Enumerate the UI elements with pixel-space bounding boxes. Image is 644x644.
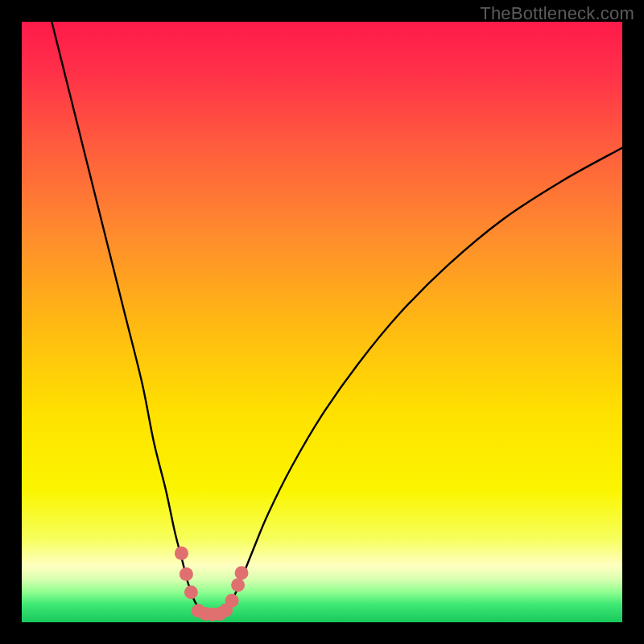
right-branch-curve bbox=[226, 148, 622, 613]
plot-area bbox=[22, 22, 622, 622]
marker-dot bbox=[180, 568, 193, 581]
marker-dot bbox=[235, 566, 249, 580]
curve-layer bbox=[22, 22, 622, 622]
marker-dot bbox=[225, 594, 239, 608]
watermark-text: TheBottleneck.com bbox=[480, 3, 634, 24]
chart-frame: TheBottleneck.com bbox=[0, 0, 644, 644]
marker-dot bbox=[175, 547, 188, 560]
left-branch-curve bbox=[52, 22, 204, 617]
highlight-markers bbox=[175, 547, 249, 621]
marker-dot bbox=[184, 585, 198, 599]
marker-dot bbox=[231, 578, 245, 592]
